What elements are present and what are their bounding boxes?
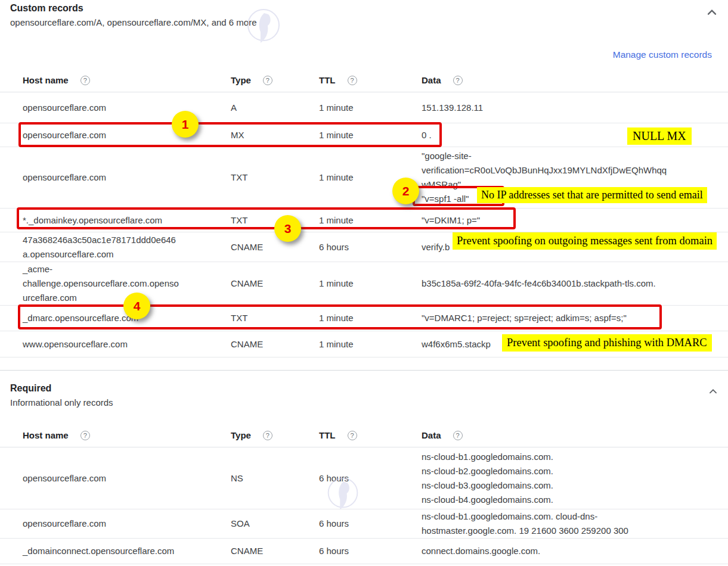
ttl-cell: 1 minute	[319, 101, 422, 115]
type-cell: NS	[231, 471, 319, 486]
ttl-cell: 1 minute	[319, 213, 422, 228]
data-cell: "v=DMARC1; p=reject; sp=reject; adkim=s;…	[422, 311, 718, 325]
type-cell: SOA	[231, 517, 319, 531]
host-name-cell: _dmarc.opensourceflare.com	[23, 311, 231, 325]
section-subtitle-required: Informational only records	[10, 396, 728, 409]
help-icon[interactable]: ?	[263, 76, 272, 85]
dns-records-page: Custom records opensourceflare.com/A, op…	[0, 0, 728, 566]
column-header-label: Type	[231, 74, 251, 86]
required-records-table-body: opensourceflare.com NS 6 hours ns-cloud-…	[0, 447, 728, 564]
help-icon[interactable]: ?	[348, 431, 357, 440]
column-header-label: TTL	[319, 74, 336, 86]
custom-records-table-header: Host name ? Type ? TTL ? Data ?	[0, 69, 728, 92]
help-icon[interactable]: ?	[80, 431, 90, 440]
column-header-cell: Host name ?	[23, 74, 231, 86]
dns-record-row: *._domainkey.opensourceflare.com TXT 1 m…	[0, 209, 728, 232]
dns-record-row: opensourceflare.com SOA 6 hours ns-cloud…	[0, 509, 728, 539]
type-cell: TXT	[231, 170, 319, 185]
required-records-table-header: Host name ? Type ? TTL ? Data ?	[0, 424, 728, 447]
ttl-cell: 1 minute	[319, 170, 422, 185]
watermark-logo	[325, 475, 361, 514]
host-name-cell: opensourceflare.com	[23, 517, 231, 531]
data-cell: w4f6x6m5.stackp	[422, 337, 718, 352]
dns-record-row: _acme-challenge.opensourceflare.com.open…	[0, 262, 728, 306]
host-name-cell: *._domainkey.opensourceflare.com	[23, 213, 231, 228]
column-header-cell: TTL ?	[319, 430, 422, 441]
column-header-cell: TTL ?	[319, 74, 422, 86]
help-icon[interactable]: ?	[453, 431, 463, 440]
required-records-section: Required Informational only records Host…	[0, 382, 728, 564]
manage-row: Manage custom records	[0, 49, 728, 61]
column-header-label: Data	[422, 74, 441, 86]
data-cell: "v=DKIM1; p="	[422, 213, 718, 228]
chevron-up-icon[interactable]	[707, 385, 720, 400]
ttl-cell: 6 hours	[319, 240, 422, 254]
column-header-label: Type	[231, 430, 251, 441]
help-icon[interactable]: ?	[80, 76, 90, 85]
dns-record-row: _dmarc.opensourceflare.com TXT 1 minute …	[0, 306, 728, 331]
type-cell: TXT	[231, 311, 319, 325]
host-name-cell: opensourceflare.com	[23, 128, 231, 142]
data-cell: 0 .	[422, 128, 718, 142]
dns-record-row: _domainconnect.opensourceflare.com CNAME…	[0, 539, 728, 564]
watermark-logo	[244, 6, 283, 48]
host-name-cell: opensourceflare.com	[23, 170, 231, 185]
data-cell: verify.b	[422, 240, 718, 254]
ttl-cell: 1 minute	[319, 337, 422, 352]
host-name-cell: www.opensourceflare.com	[23, 337, 231, 352]
column-header-label: Data	[422, 430, 441, 441]
column-header-cell: Host name ?	[23, 430, 231, 441]
data-cell: ns-cloud-b1.googledomains.com. cloud-dns…	[422, 509, 718, 538]
host-name-cell: opensourceflare.com	[23, 101, 231, 115]
data-cell: ns-cloud-b1.googledomains.com.ns-cloud-b…	[422, 450, 718, 507]
data-cell: connect.domains.google.com.	[422, 544, 718, 558]
section-divider	[0, 370, 728, 371]
column-header-label: Host name	[23, 430, 69, 441]
column-header-cell: Data ?	[422, 430, 718, 441]
column-header-label: Host name	[23, 74, 69, 86]
dns-record-row: opensourceflare.com A 1 minute 151.139.1…	[0, 92, 728, 123]
chevron-up-icon[interactable]	[704, 5, 720, 23]
type-cell: MX	[231, 128, 319, 142]
column-header-cell: Type ?	[231, 74, 319, 86]
help-icon[interactable]: ?	[348, 76, 357, 85]
ttl-cell: 6 hours	[319, 517, 422, 531]
ttl-cell: 1 minute	[319, 128, 422, 142]
type-cell: CNAME	[231, 337, 319, 352]
type-cell: CNAME	[231, 544, 319, 558]
dns-record-row: opensourceflare.com TXT 1 minute "google…	[0, 147, 728, 209]
manage-custom-records-link[interactable]: Manage custom records	[613, 49, 712, 60]
type-cell: CNAME	[231, 276, 319, 291]
section-title-custom-records: Custom records	[10, 0, 728, 14]
ttl-cell: 6 hours	[319, 544, 422, 558]
type-cell: TXT	[231, 213, 319, 228]
host-name-cell: 47a368246a3c50ac1e78171ddd0e646a.opensou…	[23, 233, 231, 262]
dns-record-row: www.opensourceflare.com CNAME 1 minute w…	[0, 331, 728, 357]
help-icon[interactable]: ?	[263, 431, 272, 440]
host-name-cell: _acme-challenge.opensourceflare.com.open…	[23, 262, 231, 305]
dns-record-row: 47a368246a3c50ac1e78171ddd0e646a.opensou…	[0, 232, 728, 262]
dns-record-row: opensourceflare.com NS 6 hours ns-cloud-…	[0, 447, 728, 509]
custom-records-table-body: opensourceflare.com A 1 minute 151.139.1…	[0, 92, 728, 357]
dns-record-row: opensourceflare.com MX 1 minute 0 .	[0, 123, 728, 147]
column-header-cell: Data ?	[422, 74, 718, 86]
help-icon[interactable]: ?	[453, 76, 463, 85]
type-cell: A	[231, 101, 319, 115]
column-header-cell: Type ?	[231, 430, 319, 441]
data-cell: 151.139.128.11	[422, 101, 718, 115]
custom-records-section: Custom records opensourceflare.com/A, op…	[0, 0, 728, 357]
ttl-cell: 1 minute	[319, 311, 422, 325]
type-cell: CNAME	[231, 240, 319, 254]
ttl-cell: 1 minute	[319, 276, 422, 291]
data-cell: "google-site-verification=cR0oLVoQbJBunH…	[422, 149, 718, 206]
host-name-cell: _domainconnect.opensourceflare.com	[23, 544, 231, 558]
host-name-cell: opensourceflare.com	[23, 471, 231, 486]
data-cell: b35c185a-69f2-40fa-94fc-fe4c6b34001b.sta…	[422, 276, 718, 291]
section-title-required: Required	[10, 382, 728, 394]
column-header-label: TTL	[319, 430, 336, 441]
section-subtitle-custom-records: opensourceflare.com/A, opensourceflare.c…	[10, 16, 728, 29]
